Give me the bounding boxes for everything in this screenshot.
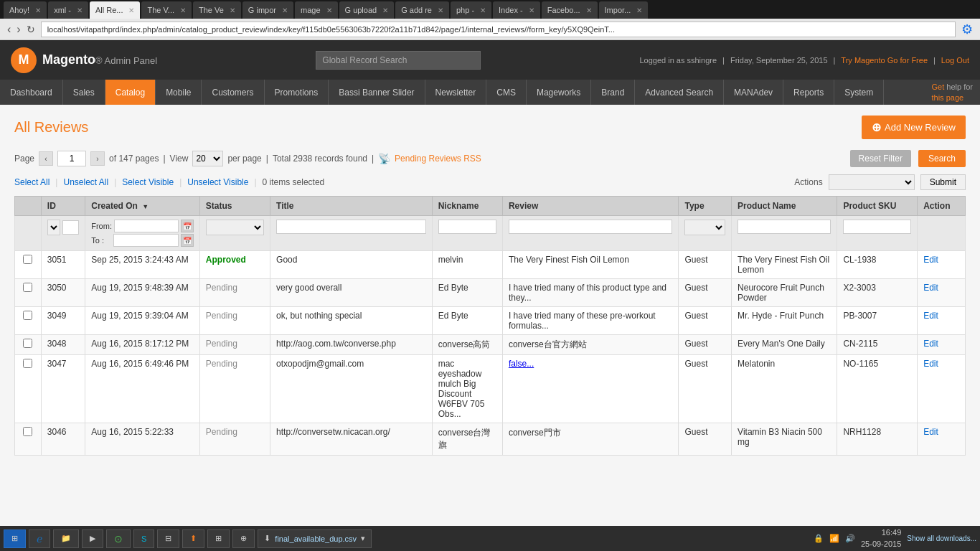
browser-tab-11[interactable]: Index -✕ bbox=[493, 1, 540, 19]
add-new-review-button[interactable]: ⊕ Add New Review bbox=[862, 116, 966, 139]
nav-item-system[interactable]: System bbox=[834, 80, 884, 105]
nav-item-mobile[interactable]: Mobile bbox=[156, 80, 202, 105]
next-page-button[interactable]: › bbox=[90, 151, 105, 166]
appicon1-button[interactable]: ⊟ bbox=[157, 529, 179, 548]
per-page-select[interactable]: 2050100 bbox=[192, 151, 223, 166]
edit-link[interactable]: Edit bbox=[923, 311, 938, 321]
appicon2-button[interactable]: ⊞ bbox=[207, 529, 230, 548]
browser-tab-12[interactable]: Facebo...✕ bbox=[542, 1, 598, 19]
row-checkbox[interactable] bbox=[23, 359, 32, 368]
rss-link[interactable]: Pending Reviews RSS bbox=[395, 154, 481, 164]
url-bar[interactable]: localhost/vitapathprd/index.php/admin/ca… bbox=[47, 25, 615, 34]
unselect-all-link[interactable]: Unselect All bbox=[63, 177, 108, 187]
edit-link[interactable]: Edit bbox=[923, 427, 938, 437]
try-magento-link[interactable]: Try Magento Go for Free bbox=[841, 56, 928, 65]
browser-tab-10[interactable]: php -✕ bbox=[451, 1, 491, 19]
date-from-input[interactable] bbox=[114, 220, 179, 232]
nav-item-manadev[interactable]: MANAdev bbox=[724, 80, 783, 105]
chrome-button[interactable]: ⊙ bbox=[106, 529, 131, 548]
submit-button[interactable]: Submit bbox=[920, 174, 966, 190]
close-tab-icon[interactable]: ✕ bbox=[128, 6, 134, 14]
select-visible-link[interactable]: Select Visible bbox=[122, 177, 174, 187]
row-checkbox[interactable] bbox=[23, 283, 32, 292]
logout-link[interactable]: Log Out bbox=[941, 56, 969, 65]
reset-filter-button[interactable]: Reset Filter bbox=[850, 150, 911, 167]
media-button[interactable]: ▶ bbox=[82, 529, 103, 548]
col-created-on[interactable]: Created On ▼ bbox=[85, 197, 200, 216]
close-tab-icon[interactable]: ✕ bbox=[282, 6, 288, 14]
nav-item-cms[interactable]: CMS bbox=[486, 80, 527, 105]
actions-select[interactable]: Delete Update Status bbox=[829, 174, 915, 190]
this-page-link[interactable]: this page bbox=[932, 93, 964, 102]
nav-item-newsletter[interactable]: Newsletter bbox=[425, 80, 487, 105]
nickname-filter-input[interactable] bbox=[438, 220, 496, 234]
row-checkbox[interactable] bbox=[23, 427, 32, 436]
skype-button[interactable]: S bbox=[133, 529, 154, 548]
download-filename-link[interactable]: final_available_dup.csv bbox=[275, 534, 357, 543]
start-button[interactable]: ⊞ bbox=[4, 529, 26, 548]
sku-filter-input[interactable] bbox=[843, 220, 911, 234]
appicon3-button[interactable]: ⊕ bbox=[232, 529, 255, 548]
status-filter-select[interactable]: Approved Pending bbox=[206, 220, 264, 235]
browser-tab-2[interactable]: xml -✕ bbox=[48, 1, 88, 19]
nav-item-promotions[interactable]: Promotions bbox=[265, 80, 329, 105]
edit-link[interactable]: Edit bbox=[923, 283, 938, 293]
date-to-input[interactable] bbox=[113, 234, 179, 247]
browser-tab-9[interactable]: G add re✕ bbox=[395, 1, 449, 19]
unselect-visible-link[interactable]: Unselect Visible bbox=[187, 177, 248, 187]
id-filter-input[interactable] bbox=[62, 220, 79, 235]
back-button[interactable]: ‹ bbox=[7, 23, 11, 36]
folder-button[interactable]: 📁 bbox=[53, 529, 79, 548]
calendar-from-icon[interactable]: 📅 bbox=[181, 220, 194, 232]
get-help[interactable]: Get help for this page bbox=[925, 80, 981, 105]
nav-item-customers[interactable]: Customers bbox=[202, 80, 264, 105]
ie-button[interactable]: ℯ bbox=[29, 529, 50, 548]
nav-item-sales[interactable]: Sales bbox=[63, 80, 105, 105]
nav-item-mageworks[interactable]: Mageworks bbox=[527, 80, 591, 105]
browser-tab-6[interactable]: G impor✕ bbox=[242, 1, 293, 19]
nav-item-brand[interactable]: Brand bbox=[591, 80, 635, 105]
close-tab-icon[interactable]: ✕ bbox=[180, 6, 186, 14]
forward-button[interactable]: › bbox=[17, 23, 20, 36]
type-filter-select[interactable]: Guest Customer bbox=[684, 220, 725, 235]
browser-tab-3[interactable]: All Re...✕ bbox=[90, 1, 141, 19]
close-tab-icon[interactable]: ✕ bbox=[586, 6, 592, 14]
browser-tab-5[interactable]: The Ve✕ bbox=[193, 1, 241, 19]
review-filter-input[interactable] bbox=[509, 220, 673, 234]
select-all-link[interactable]: Select All bbox=[14, 177, 50, 187]
page-number-input[interactable] bbox=[57, 151, 86, 166]
browser-tab-8[interactable]: G upload✕ bbox=[339, 1, 395, 19]
edit-link[interactable]: Edit bbox=[923, 255, 938, 265]
edit-link[interactable]: Edit bbox=[923, 359, 938, 369]
close-tab-icon[interactable]: ✕ bbox=[636, 6, 642, 14]
browser-tab-7[interactable]: mage✕ bbox=[295, 1, 338, 19]
close-tab-icon[interactable]: ✕ bbox=[529, 6, 534, 14]
edit-link[interactable]: Edit bbox=[923, 339, 938, 349]
close-tab-icon[interactable]: ✕ bbox=[326, 6, 332, 14]
show-downloads-link[interactable]: Show all downloads... bbox=[907, 534, 976, 542]
title-filter-input[interactable] bbox=[276, 220, 426, 234]
close-tab-icon[interactable]: ✕ bbox=[438, 6, 443, 14]
global-search-input[interactable] bbox=[316, 51, 481, 70]
nav-item-bassi[interactable]: Bassi Banner Slider bbox=[329, 80, 425, 105]
browser-tab-4[interactable]: The V...✕ bbox=[141, 1, 192, 19]
calendar-to-icon[interactable]: 📅 bbox=[181, 234, 194, 247]
nav-item-catalog[interactable]: Catalog bbox=[105, 80, 156, 105]
search-button[interactable]: Search bbox=[918, 150, 966, 167]
get-help-link[interactable]: Get bbox=[932, 83, 945, 91]
nav-item-advanced-search[interactable]: Advanced Search bbox=[635, 80, 724, 105]
row-checkbox[interactable] bbox=[23, 255, 32, 264]
browser-tab-13[interactable]: Impor...✕ bbox=[599, 1, 649, 19]
close-tab-icon[interactable]: ✕ bbox=[77, 6, 83, 14]
row-checkbox[interactable] bbox=[23, 339, 32, 348]
close-tab-icon[interactable]: ✕ bbox=[35, 6, 41, 14]
nav-item-reports[interactable]: Reports bbox=[783, 80, 834, 105]
filezilla-button[interactable]: ⬆ bbox=[182, 529, 204, 548]
id-filter-select[interactable]: Any=≥≤ bbox=[47, 220, 60, 235]
row-checkbox[interactable] bbox=[23, 311, 32, 320]
close-tab-icon[interactable]: ✕ bbox=[382, 6, 388, 14]
close-tab-icon[interactable]: ✕ bbox=[480, 6, 486, 14]
browser-tab-1[interactable]: Ahoy!✕ bbox=[4, 1, 47, 19]
product-filter-input[interactable] bbox=[738, 220, 831, 234]
nav-item-dashboard[interactable]: Dashboard bbox=[0, 80, 63, 105]
